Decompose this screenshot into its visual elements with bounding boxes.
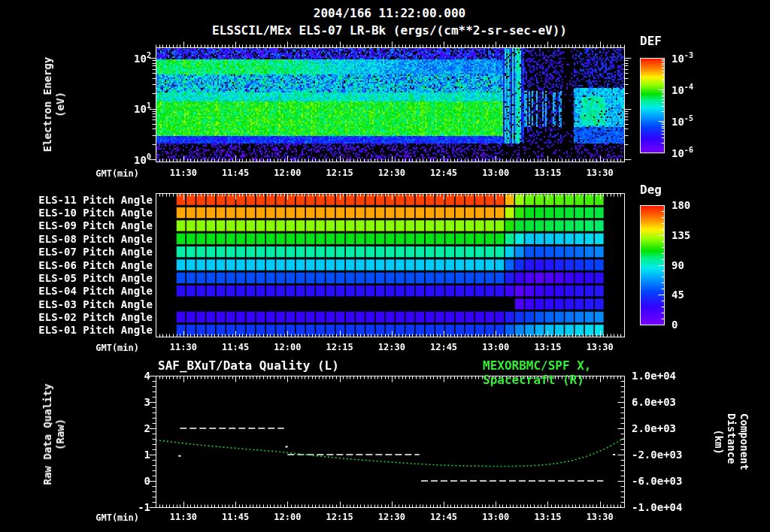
- pitch-row-label: ELS-07 Pitch Angle: [38, 246, 153, 258]
- pitch-row-label: ELS-08 Pitch Angle: [38, 233, 153, 245]
- def-colorbar: [640, 58, 664, 153]
- quality-label-line2: (Raw): [54, 419, 67, 450]
- quality-distance-plot: [156, 376, 624, 507]
- x-tick-label: 13:30: [587, 342, 614, 352]
- bottom-left-tick-label: 0: [144, 475, 150, 487]
- x-tick-label: 12:30: [378, 512, 405, 522]
- x-tick-label: 12:30: [378, 168, 405, 178]
- x-tick-label: 12:30: [378, 342, 405, 352]
- quality-label-line1: Raw Data Quality: [41, 384, 54, 485]
- def-colorbar-tick-label: 10-4: [671, 83, 693, 96]
- spectrogram-y-tick-label: 101: [134, 102, 151, 116]
- pitch-row-label: ELS-09 Pitch Angle: [38, 219, 153, 231]
- pitch-row-label: ELS-05 Pitch Angle: [38, 272, 153, 284]
- x-tick-label: 12:15: [326, 512, 353, 522]
- x-tick-label: 13:30: [587, 512, 614, 522]
- bottom-left-tick-label: 4: [144, 370, 150, 382]
- x-tick-label: 12:00: [274, 512, 301, 522]
- spectrogram-y-tick-label: 100: [134, 153, 151, 166]
- x-tick-label: 13:00: [482, 512, 509, 522]
- bottom-left-tick-label: 1: [144, 449, 150, 461]
- pitch-row-label: ELS-01 Pitch Angle: [38, 324, 153, 336]
- bottom-right-tick-label: -2.0e+03: [632, 449, 682, 461]
- x-tick-label: 12:45: [430, 342, 457, 352]
- electron-energy-spectrogram: [156, 47, 624, 162]
- x-tick-label: 13:15: [534, 512, 561, 522]
- spectrogram-y-tick-label: 102: [134, 51, 151, 65]
- deg-colorbar-tick-label: 45: [671, 289, 684, 301]
- y-axis-label-line1: Electron Energy: [41, 57, 54, 152]
- x-tick-label: 11:30: [170, 512, 197, 522]
- x-tick-label: 13:15: [534, 342, 561, 352]
- def-colorbar-tick-label: 10-3: [671, 51, 693, 65]
- distance-y-axis-label: Component Distance (km): [712, 413, 750, 470]
- bottom-left-tick-label: 3: [144, 396, 150, 408]
- deg-colorbar-tick-label: 90: [671, 259, 684, 271]
- pitch-angle-heatmap: [156, 193, 624, 337]
- bottom-right-tick-label: 2.0e+03: [632, 422, 676, 434]
- bottom-right-tick-label: -6.0e+03: [632, 475, 682, 487]
- x-tick-label: 13:30: [587, 168, 614, 178]
- bottom-title-left: SAF_BXuT/Data Quality (L): [158, 358, 339, 373]
- deg-colorbar: [640, 205, 664, 325]
- x-tick-label: 13:00: [482, 342, 509, 352]
- x-tick-label: 12:15: [326, 168, 353, 178]
- pitch-row-label: ELS-02 Pitch Angle: [38, 311, 153, 323]
- x-tick-label: 12:45: [430, 168, 457, 178]
- bottom-right-tick-label: 6.0e+03: [632, 396, 676, 408]
- def-colorbar-tick-label: 10-6: [671, 146, 693, 159]
- deg-colorbar-tick-label: 135: [671, 229, 690, 241]
- gmt-label-bottom: GMT(min): [95, 512, 139, 523]
- pitch-row-label: ELS-04 Pitch Angle: [38, 285, 153, 297]
- bottom-title-right: MEXORBMC/SPF X, Spacecraft (R): [483, 358, 626, 387]
- deg-colorbar-tick-label: 0: [671, 319, 678, 331]
- gmt-label-top: GMT(min): [95, 168, 139, 179]
- pitch-row-label: ELS-11 Pitch Angle: [38, 194, 153, 206]
- els-quicklook-screen: 2004/166 11:22:00.000 ELSSCIL/MEx ELS-07…: [0, 0, 770, 532]
- deg-colorbar-tick-label: 180: [671, 199, 690, 211]
- page-title-datetime: 2004/166 11:22:00.000: [314, 6, 465, 20]
- x-tick-label: 12:00: [274, 342, 301, 352]
- bottom-left-tick-label: 2: [144, 422, 150, 434]
- x-tick-label: 13:00: [482, 168, 509, 178]
- bottom-right-tick-label: 1.0e+04: [632, 370, 676, 382]
- x-tick-label: 11:45: [222, 342, 249, 352]
- def-colorbar-title: DEF: [640, 34, 662, 48]
- gmt-label-middle: GMT(min): [95, 343, 139, 353]
- bottom-right-tick-label: -1.0e+04: [632, 501, 682, 513]
- x-tick-label: 11:45: [222, 512, 249, 522]
- x-tick-label: 11:30: [170, 342, 197, 352]
- distance-label-line2: (km): [712, 429, 725, 455]
- x-tick-label: 12:45: [430, 512, 457, 522]
- quality-y-axis-label: Raw Data Quality (Raw): [41, 384, 67, 485]
- deg-colorbar-title: Deg: [640, 183, 662, 197]
- x-tick-label: 13:15: [534, 168, 561, 178]
- bottom-left-tick-label: -1: [138, 501, 150, 513]
- x-tick-label: 11:45: [222, 168, 249, 178]
- def-colorbar-tick-label: 10-5: [671, 114, 693, 128]
- page-title-instrument: ELSSCIL/MEx ELS-07 LR-Bk (ergs/(cm**2-sr…: [212, 23, 567, 38]
- x-tick-label: 11:30: [170, 168, 197, 178]
- spectrogram-y-axis-label: Electron Energy (eV): [41, 57, 67, 152]
- pitch-row-label: ELS-10 Pitch Angle: [38, 207, 153, 219]
- pitch-row-label: ELS-03 Pitch Angle: [38, 298, 153, 310]
- x-tick-label: 12:15: [326, 342, 353, 352]
- x-tick-label: 12:00: [274, 168, 301, 178]
- pitch-row-label: ELS-06 Pitch Angle: [38, 259, 153, 271]
- y-axis-label-line2: (eV): [54, 92, 67, 117]
- distance-label-line1: Component Distance: [725, 413, 750, 470]
